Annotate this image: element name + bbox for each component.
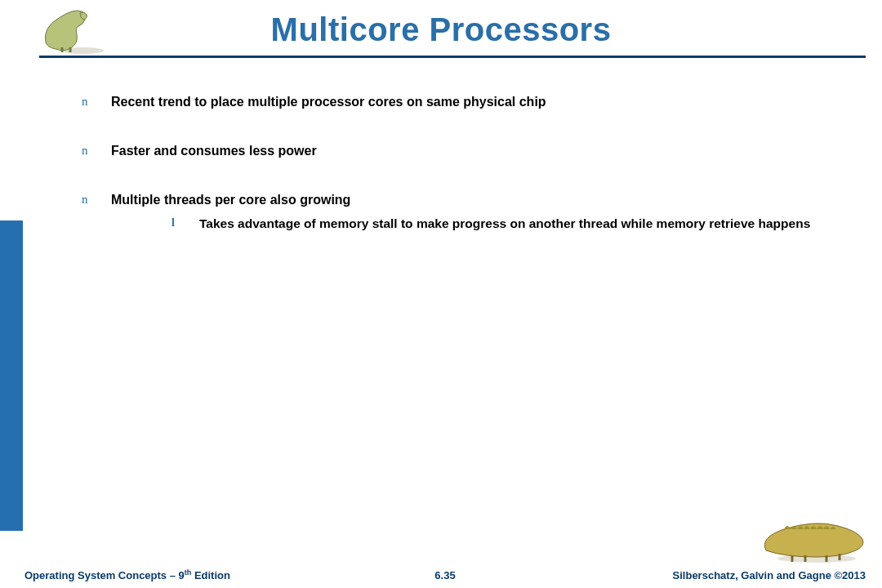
sub-bullet-item: l Takes advantage of memory stall to mak… <box>172 216 858 233</box>
slide: Multicore Processors n Recent trend to p… <box>0 0 882 588</box>
bullet-glyph-l2: l <box>172 216 199 231</box>
slide-title: Multicore Processors <box>0 11 882 48</box>
content-area: n Recent trend to place multiple process… <box>82 95 858 233</box>
footer-center: 6.35 <box>24 569 866 581</box>
bullet-item: n Faster and consumes less power <box>82 144 858 158</box>
bullet-glyph-l1: n <box>82 193 111 207</box>
bullet-glyph-l1: n <box>82 144 111 158</box>
bullet-text: Faster and consumes less power <box>111 144 317 158</box>
bullet-item: n Multiple threads per core also growing… <box>82 193 858 233</box>
bullet-text: Recent trend to place multiple processor… <box>111 95 546 109</box>
left-accent-bar <box>0 220 23 531</box>
bullet-item: n Recent trend to place multiple process… <box>82 95 858 109</box>
sub-bullet-text: Takes advantage of memory stall to make … <box>199 216 810 233</box>
bullet-glyph-l1: n <box>82 95 111 109</box>
sub-bullet-group: l Takes advantage of memory stall to mak… <box>172 216 858 233</box>
dinosaur-bottom-right-icon <box>760 514 866 564</box>
footer: Operating System Concepts – 9th Edition … <box>24 568 866 581</box>
bullet-text: Multiple threads per core also growing <box>111 193 350 207</box>
title-underline <box>39 56 866 58</box>
